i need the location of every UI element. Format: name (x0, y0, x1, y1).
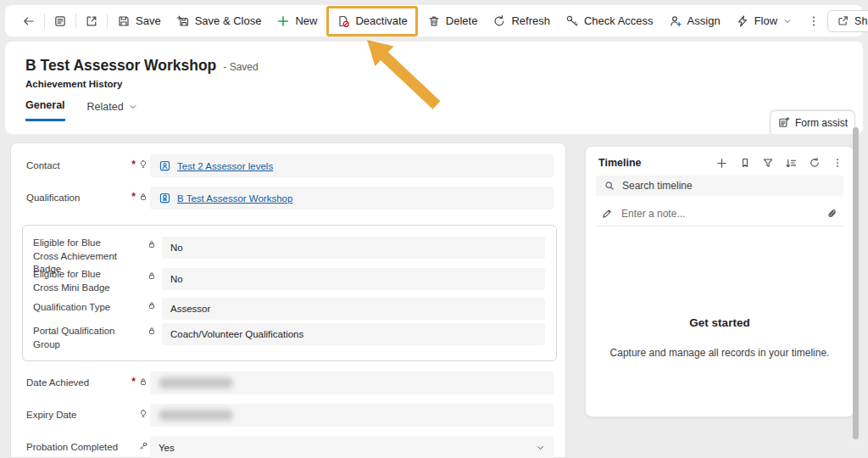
share-icon (837, 14, 849, 27)
contact-record-icon (159, 159, 171, 172)
back-arrow-icon (22, 14, 36, 28)
key-icon (565, 14, 579, 28)
flow-icon (736, 14, 749, 28)
share-button[interactable]: Share (827, 10, 868, 32)
probation-completed-select[interactable]: Yes (150, 436, 554, 458)
timeline-get-started-caption: Capture and manage all records in your t… (586, 347, 854, 359)
redacted-value (159, 410, 233, 421)
tab-related[interactable]: Related (87, 99, 138, 121)
chevron-down-icon[interactable] (535, 442, 546, 453)
new-label: New (295, 14, 317, 27)
contact-lookup-field[interactable]: Test 2 Assessor levels (150, 154, 554, 177)
lock-icon (138, 377, 148, 387)
required-marker: * (131, 159, 136, 170)
lightbulb-icon (138, 159, 148, 170)
contact-field-label: Contact (26, 159, 130, 172)
refresh-label: Refresh (511, 14, 550, 27)
tab-general[interactable]: General (25, 99, 65, 121)
timeline-note-input[interactable]: Enter a note... (596, 201, 843, 226)
assign-person-icon (669, 14, 682, 28)
assign-button[interactable]: Assign (661, 9, 728, 33)
filter-icon[interactable] (762, 157, 774, 169)
form-assist-icon (777, 116, 790, 129)
vertical-scrollbar[interactable] (853, 127, 859, 439)
command-bar: Save Save & Close New Deactivate Delete … (5, 5, 863, 36)
more-commands-button[interactable] (800, 9, 827, 33)
save-and-close-button[interactable]: Save & Close (169, 9, 270, 33)
bookmark-icon[interactable] (739, 157, 751, 169)
form-assist-button[interactable]: Form assist (770, 110, 855, 134)
form-tabs: General Related (25, 99, 138, 121)
blue-cross-mini-badge-label: Eligible for Blue Cross Mini Badge (33, 268, 128, 294)
qualification-details-group: Eligible for Blue Cross Achievement Badg… (22, 225, 557, 361)
delete-button[interactable]: Delete (420, 9, 486, 33)
lock-icon (147, 239, 157, 249)
blue-cross-mini-badge-field: No (162, 268, 545, 290)
toolbar-divider (107, 14, 108, 29)
lock-icon (147, 326, 157, 336)
deactivate-button[interactable]: Deactivate (329, 9, 415, 33)
open-in-new-window-icon (85, 14, 98, 28)
timeline-get-started-title: Get started (586, 316, 854, 329)
lock-icon (147, 300, 157, 310)
save-icon (117, 14, 131, 28)
save-and-close-icon (176, 14, 190, 28)
qualification-lookup-field[interactable]: B Test Assessor Workshop (150, 187, 554, 209)
save-status: - Saved (223, 61, 258, 73)
timeline-add-icon[interactable] (715, 157, 728, 170)
back-button[interactable] (15, 9, 42, 33)
date-achieved-field (150, 371, 554, 394)
probation-completed-label: Probation Completed (26, 441, 130, 454)
form-selector-button[interactable] (47, 9, 74, 33)
form-selector-icon (53, 14, 67, 28)
pencil-icon (601, 208, 613, 220)
more-vertical-icon[interactable] (832, 157, 843, 169)
expiry-date-label: Expiry Date (26, 409, 130, 422)
refresh-icon[interactable] (809, 157, 821, 169)
flow-label: Flow (754, 14, 777, 27)
check-access-label: Check Access (584, 14, 654, 27)
sort-icon[interactable] (785, 157, 798, 170)
open-in-new-window-button[interactable] (78, 9, 105, 33)
deactivate-icon (337, 14, 350, 28)
entity-subtitle: Achievement History (25, 79, 122, 89)
qualification-field-label: Qualification (26, 192, 130, 204)
search-icon (604, 180, 615, 192)
qualification-lookup-link[interactable]: B Test Assessor Workshop (177, 193, 292, 204)
save-label: Save (136, 14, 161, 27)
save-and-close-label: Save & Close (195, 14, 262, 27)
qualification-record-icon (159, 192, 171, 204)
share-label: Share (854, 15, 868, 27)
flow-button[interactable]: Flow (728, 9, 800, 33)
lock-icon (138, 192, 148, 202)
refresh-button[interactable]: Refresh (485, 9, 558, 33)
required-marker: * (131, 192, 136, 202)
check-access-button[interactable]: Check Access (558, 9, 661, 33)
record-header: B Test Assessor Workshop - Saved Achieve… (5, 42, 863, 134)
chevron-down-icon (128, 102, 138, 112)
blue-cross-achievement-badge-field: No (162, 237, 545, 259)
contact-lookup-link[interactable]: Test 2 Assessor levels (177, 161, 273, 171)
timeline-title: Timeline (598, 157, 641, 169)
refresh-icon (492, 14, 506, 28)
qualification-type-field: Assessor (162, 298, 545, 320)
timeline-panel: Timeline Search timeline (585, 146, 854, 417)
new-plus-icon (276, 14, 290, 28)
chevron-down-icon (782, 16, 793, 26)
portal-qualification-group-field: Coach/Volunteer Qualifications (162, 323, 545, 345)
page-title: B Test Assessor Workshop (25, 57, 216, 75)
assign-label: Assign (687, 14, 721, 27)
timeline-search-placeholder: Search timeline (622, 180, 693, 192)
qualification-type-label: Qualification Type (33, 301, 128, 315)
deactivate-label: Deactivate (355, 14, 407, 27)
paperclip-icon[interactable] (826, 208, 838, 220)
key-icon (138, 441, 148, 451)
save-button[interactable]: Save (109, 9, 169, 33)
required-marker: * (131, 377, 136, 387)
toolbar-divider (44, 14, 45, 29)
new-button[interactable]: New (269, 9, 325, 33)
deactivate-highlight-box: Deactivate (326, 6, 417, 36)
form-assist-label: Form assist (795, 117, 848, 129)
redacted-value (159, 377, 233, 388)
timeline-search-input[interactable]: Search timeline (596, 176, 843, 196)
